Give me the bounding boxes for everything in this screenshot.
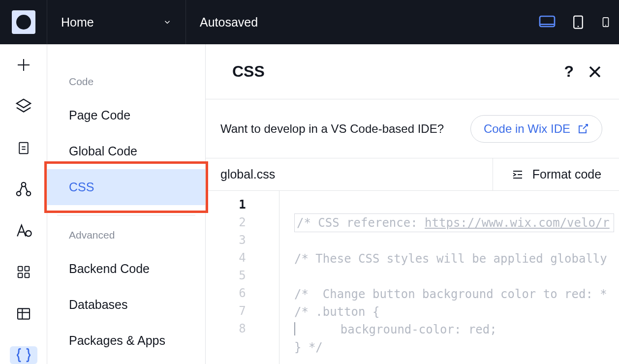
rail-layers[interactable] xyxy=(10,97,37,115)
close-icon[interactable] xyxy=(588,64,602,79)
layers-icon xyxy=(15,98,32,115)
svg-line-16 xyxy=(25,186,27,192)
table-icon xyxy=(16,306,31,322)
sidebar-item-packages-apps[interactable]: Packages & Apps xyxy=(47,323,205,359)
line-number: 6 xyxy=(206,284,279,302)
logo-area[interactable] xyxy=(0,0,47,44)
rail-database[interactable] xyxy=(10,305,37,323)
format-icon xyxy=(511,169,525,181)
svg-rect-21 xyxy=(18,273,22,278)
sidebar-item-global-code[interactable]: Global Code xyxy=(47,133,205,169)
grid-icon xyxy=(16,265,31,279)
line-gutter: 1 2 3 4 5 6 7 8 xyxy=(206,191,279,364)
save-status: Autosaved xyxy=(186,15,538,30)
content-header: CSS ? xyxy=(206,44,619,99)
logo-icon xyxy=(12,10,35,34)
svg-rect-23 xyxy=(18,308,30,319)
svg-rect-20 xyxy=(25,267,29,271)
topbar: Home Autosaved xyxy=(0,0,619,44)
line-number: 4 xyxy=(206,249,279,267)
rail-typography[interactable] xyxy=(10,222,37,240)
plus-icon xyxy=(16,57,31,73)
code-sidebar: Code Page Code Global Code CSS Advanced … xyxy=(47,44,206,364)
code-in-wix-ide-button[interactable]: Code in Wix IDE xyxy=(470,115,602,143)
file-name: global.css xyxy=(206,158,493,190)
svg-line-28 xyxy=(583,124,588,129)
content-panel: CSS ? Want to develop in a VS Code-based… xyxy=(206,44,619,364)
sidebar-item-css[interactable]: CSS xyxy=(47,169,205,205)
panel-title: CSS xyxy=(232,62,265,81)
code-editor[interactable]: 1 2 3 4 5 6 7 8 /* CSS reference: https:… xyxy=(206,191,619,364)
svg-line-15 xyxy=(20,186,22,192)
sidebar-item-databases[interactable]: Databases xyxy=(47,287,205,323)
line-number: 2 xyxy=(206,213,279,231)
page-icon xyxy=(16,140,31,156)
external-link-icon xyxy=(577,123,589,135)
svg-rect-9 xyxy=(19,142,28,153)
page-selector[interactable]: Home xyxy=(47,0,186,44)
svg-point-14 xyxy=(26,191,31,196)
page-selector-label: Home xyxy=(61,15,94,30)
braces-icon xyxy=(15,347,32,364)
svg-point-18 xyxy=(26,231,31,236)
ide-prompt-bar: Want to develop in a VS Code-based IDE? … xyxy=(206,99,619,158)
svg-point-13 xyxy=(16,191,21,196)
nodes-icon xyxy=(15,181,32,198)
sidebar-section-code: Code xyxy=(47,66,205,97)
device-switcher xyxy=(538,13,619,31)
sidebar-section-advanced: Advanced xyxy=(47,219,205,251)
rail-pages[interactable] xyxy=(10,139,37,157)
icon-rail xyxy=(0,44,47,364)
format-label: Format code xyxy=(532,167,601,182)
line-number: 1 xyxy=(206,196,279,213)
code-area[interactable]: /* CSS reference: https://www.wix.com/ve… xyxy=(279,191,619,364)
sidebar-item-backend-code[interactable]: Backend Code xyxy=(47,251,205,287)
help-icon[interactable]: ? xyxy=(564,62,574,81)
ide-prompt-text: Want to develop in a VS Code-based IDE? xyxy=(220,122,444,136)
svg-rect-19 xyxy=(18,267,22,271)
tablet-icon[interactable] xyxy=(571,13,586,31)
line-number: 3 xyxy=(206,231,279,249)
rail-apps[interactable] xyxy=(10,263,37,281)
line-number: 5 xyxy=(206,267,279,284)
sidebar-divider xyxy=(57,215,195,215)
format-code-button[interactable]: Format code xyxy=(493,158,619,190)
desktop-icon[interactable] xyxy=(538,13,556,31)
rail-add[interactable] xyxy=(10,56,37,74)
line-number: 7 xyxy=(206,302,279,320)
ide-button-label: Code in Wix IDE xyxy=(484,122,570,136)
mobile-icon[interactable] xyxy=(600,13,611,31)
type-icon xyxy=(15,222,32,239)
file-bar: global.css Format code xyxy=(206,158,619,191)
sidebar-item-page-code[interactable]: Page Code xyxy=(47,97,205,133)
line-number: 8 xyxy=(206,320,279,337)
svg-marker-8 xyxy=(16,99,30,108)
svg-rect-22 xyxy=(25,273,29,278)
rail-connections[interactable] xyxy=(10,181,37,198)
rail-code[interactable] xyxy=(10,346,37,364)
chevron-down-icon xyxy=(163,18,172,27)
